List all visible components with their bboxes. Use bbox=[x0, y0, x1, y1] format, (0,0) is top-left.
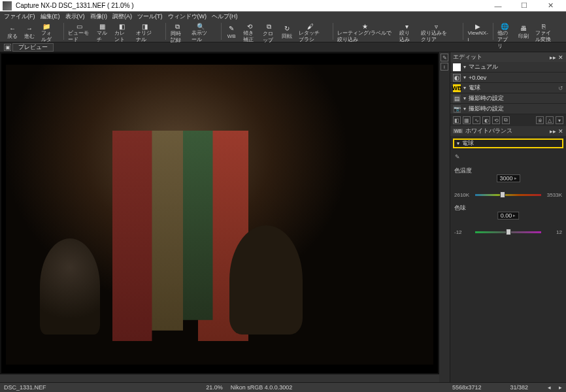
curves-icon[interactable]: ∿ bbox=[473, 116, 480, 124]
chevron-down-icon: ▾ bbox=[463, 95, 466, 101]
menu-window[interactable]: ウィンドウ(W) bbox=[165, 12, 210, 21]
crop-icon: ⧉ bbox=[264, 23, 275, 31]
sidestrip-edit-icon[interactable]: ✎ bbox=[441, 54, 448, 61]
brush-icon: 🖌 bbox=[305, 23, 316, 30]
adjustment-shortcut-bar: ◧ ▦ ∿ ◐ ⟲ ⧉ ※ △ ▾ bbox=[450, 114, 566, 126]
section-collapse-icon[interactable]: ▸▸ ✕ bbox=[550, 128, 563, 135]
folder-button[interactable]: 📁フォルダー bbox=[38, 23, 56, 41]
convert-button[interactable]: ⎘ファイル変換 bbox=[532, 23, 556, 41]
reset-icon[interactable]: ↺ bbox=[558, 85, 563, 91]
edit-row-wb[interactable]: WB ▾ 電球 ↺ bbox=[450, 83, 566, 93]
next-image-button[interactable]: ▸ bbox=[559, 384, 562, 391]
workspace-tabs: ▣ プレビュー bbox=[0, 42, 566, 52]
slider-thumb[interactable] bbox=[500, 191, 505, 198]
wb-section-title: ホワイトバランス bbox=[465, 127, 512, 135]
forward-button[interactable]: →進む bbox=[21, 23, 38, 41]
menubar: ファイル(F) 編集(E) 表示(V) 画像(I) 調整(A) ツール(T) ウ… bbox=[0, 12, 566, 22]
rating-button[interactable]: ★レーティング/ラベルで絞り込み bbox=[334, 23, 395, 41]
simrec-button[interactable]: ⧉同時記録 bbox=[167, 23, 189, 41]
tint-min: -12 bbox=[454, 229, 473, 235]
menu-image[interactable]: 画像(I) bbox=[88, 12, 110, 21]
star-icon: ★ bbox=[359, 23, 370, 30]
status-index: 31/382 bbox=[510, 384, 528, 391]
simrec-icon: ⧉ bbox=[173, 23, 183, 31]
temp-value-field[interactable]: 3000▸ bbox=[496, 174, 520, 182]
original-button[interactable]: ◨オリジナル bbox=[133, 23, 158, 41]
window-title: Capture NX-D DSC_1331.NEF ( 21.0% ) bbox=[16, 2, 485, 9]
prev-image-button[interactable]: ◂ bbox=[548, 384, 551, 391]
gray-picker-icon[interactable]: ✎ bbox=[453, 152, 462, 161]
back-button[interactable]: ←戻る bbox=[4, 23, 21, 41]
chevron-down-icon: ▾ bbox=[463, 74, 466, 80]
lch-icon[interactable]: ◐ bbox=[482, 116, 490, 124]
exposure-icon: ◐ bbox=[453, 74, 461, 82]
edit-panel-title: エディット bbox=[453, 53, 482, 61]
filter-button[interactable]: ▾絞り込み bbox=[396, 23, 418, 41]
arrow-right-icon: → bbox=[24, 23, 35, 33]
more-icon[interactable]: ▾ bbox=[556, 116, 563, 124]
current-button[interactable]: ◧カレント bbox=[111, 23, 133, 41]
toolbar-separator bbox=[333, 23, 333, 40]
app-icon bbox=[3, 1, 12, 10]
viewnxi-icon: ▶ bbox=[473, 23, 483, 30]
crop-mini-icon[interactable]: ⧉ bbox=[502, 116, 510, 124]
tone-icon[interactable]: ◧ bbox=[453, 116, 461, 124]
menu-file[interactable]: ファイル(F) bbox=[1, 12, 38, 21]
toolbar-separator bbox=[165, 23, 166, 40]
display-tool-button[interactable]: 🔍表示ツール bbox=[188, 23, 213, 41]
rotate-icon: ↻ bbox=[282, 23, 292, 33]
horizontal-scrollbar[interactable] bbox=[0, 374, 439, 382]
image-canvas[interactable] bbox=[1, 54, 438, 373]
edit-row-exposure[interactable]: ◐ ▾ +0.0ev bbox=[450, 73, 566, 83]
expand-icon[interactable]: ▣ bbox=[4, 44, 11, 51]
menu-adjust[interactable]: 調整(A) bbox=[110, 12, 135, 21]
grid-icon: ▦ bbox=[97, 23, 108, 30]
current-icon: ◧ bbox=[116, 23, 127, 30]
magnify-icon: 🔍 bbox=[195, 23, 206, 30]
wb-button[interactable]: ✎WB bbox=[223, 23, 240, 41]
status-bar: DSC_1331.NEF 21.0% Nikon sRGB 4.0.0.3002… bbox=[0, 382, 566, 392]
straighten-button[interactable]: ⟲傾き補正 bbox=[240, 23, 259, 41]
viewer-icon: ▭ bbox=[74, 23, 84, 30]
panel-collapse-icon[interactable]: ▸▸ ✕ bbox=[550, 54, 563, 61]
print-button[interactable]: 🖶印刷 bbox=[515, 23, 532, 41]
wb-preset-dropdown[interactable]: ▾ 電球 bbox=[453, 139, 563, 148]
sidestrip-meta-icon[interactable]: i bbox=[441, 63, 448, 71]
tint-slider[interactable] bbox=[475, 231, 541, 233]
temp-min: 2610K bbox=[454, 192, 473, 198]
maximize-button[interactable]: ☐ bbox=[511, 0, 537, 12]
menu-tool[interactable]: ツール(T) bbox=[135, 12, 165, 21]
edit-row-camera-settings[interactable]: 📷 ▾ 撮影時の設定 bbox=[450, 104, 566, 114]
menu-edit[interactable]: 編集(E) bbox=[38, 12, 63, 21]
tint-value-field[interactable]: 0.00▸ bbox=[497, 212, 520, 220]
levels-icon[interactable]: ▦ bbox=[463, 116, 471, 124]
viewnxi-button[interactable]: ▶ViewNX-i bbox=[465, 23, 491, 41]
minimize-button[interactable]: — bbox=[485, 0, 511, 12]
temp-slider[interactable] bbox=[475, 194, 541, 196]
other-app-button[interactable]: 🌐他のアプリ bbox=[494, 23, 515, 41]
rotate-button[interactable]: ↻回転 bbox=[278, 23, 295, 41]
wb-preset-value: 電球 bbox=[462, 139, 474, 148]
close-button[interactable]: ✕ bbox=[537, 0, 563, 12]
clear-filter-button[interactable]: ▿絞り込みをクリア bbox=[418, 23, 455, 41]
slider-thumb[interactable] bbox=[506, 229, 511, 235]
status-filename: DSC_1331.NEF bbox=[4, 384, 46, 391]
straighten-mini-icon[interactable]: ⟲ bbox=[492, 116, 500, 124]
original-icon: ◨ bbox=[140, 23, 150, 30]
status-profile: Nikon sRGB 4.0.0.3002 bbox=[231, 384, 293, 391]
multi-button[interactable]: ▦マルチ bbox=[93, 23, 111, 41]
sharpen-icon[interactable]: △ bbox=[546, 116, 554, 124]
crop-button[interactable]: ⧉クロップ bbox=[259, 23, 279, 41]
viewer-mode-button[interactable]: ▭ビューモード bbox=[65, 23, 93, 41]
edit-row-picturecontrol[interactable]: ▤ ▾ 撮影時の設定 bbox=[450, 93, 566, 104]
menu-help[interactable]: ヘルプ(H) bbox=[209, 12, 241, 21]
funnel-clear-icon: ▿ bbox=[431, 23, 442, 30]
retouch-button[interactable]: 🖌レタッチブラシ bbox=[295, 23, 324, 41]
edit-row-manual[interactable]: ▾ マニュアル bbox=[450, 62, 566, 73]
globe-icon: 🌐 bbox=[499, 23, 510, 30]
wb-section-header[interactable]: WB ホワイトバランス ▸▸ ✕ bbox=[450, 126, 566, 136]
status-dimensions: 5568x3712 bbox=[452, 384, 482, 391]
menu-view[interactable]: 表示(V) bbox=[63, 12, 88, 21]
tab-preview[interactable]: プレビュー bbox=[12, 43, 54, 52]
noise-icon[interactable]: ※ bbox=[536, 116, 544, 124]
